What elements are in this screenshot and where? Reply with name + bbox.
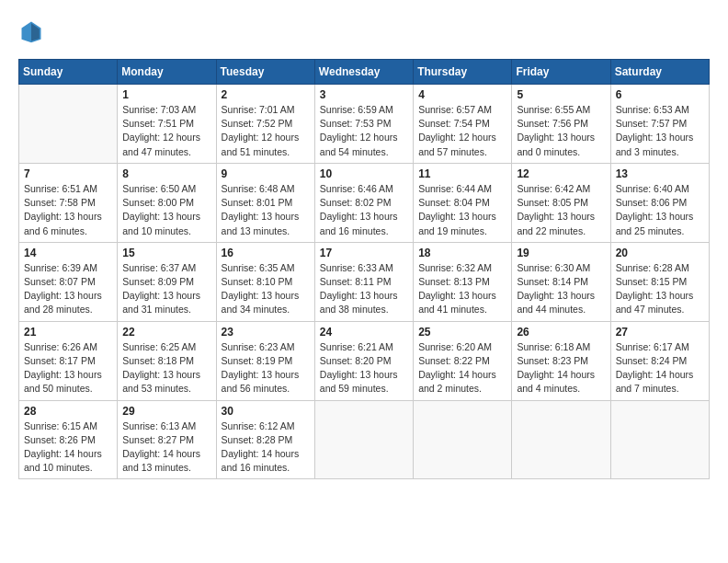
day-number: 27 <box>616 326 704 339</box>
day-number: 4 <box>418 88 506 101</box>
day-info: Sunrise: 6:57 AM Sunset: 7:54 PM Dayligh… <box>418 103 506 159</box>
day-info: Sunrise: 6:30 AM Sunset: 8:14 PM Dayligh… <box>517 261 605 317</box>
calendar-cell: 26Sunrise: 6:18 AM Sunset: 8:23 PM Dayli… <box>512 321 610 400</box>
calendar-cell: 2Sunrise: 7:01 AM Sunset: 7:52 PM Daylig… <box>216 85 314 164</box>
calendar-cell: 21Sunrise: 6:26 AM Sunset: 8:17 PM Dayli… <box>19 321 118 400</box>
day-number: 3 <box>320 88 408 101</box>
calendar-cell: 11Sunrise: 6:44 AM Sunset: 8:04 PM Dayli… <box>414 163 512 242</box>
calendar-cell: 23Sunrise: 6:23 AM Sunset: 8:19 PM Dayli… <box>216 321 314 400</box>
day-number: 9 <box>222 167 310 180</box>
day-number: 21 <box>24 326 112 339</box>
day-info: Sunrise: 6:37 AM Sunset: 8:09 PM Dayligh… <box>122 261 210 317</box>
day-info: Sunrise: 7:01 AM Sunset: 7:52 PM Dayligh… <box>222 103 310 159</box>
calendar-cell <box>314 400 413 479</box>
calendar-cell: 25Sunrise: 6:20 AM Sunset: 8:22 PM Dayli… <box>414 321 512 400</box>
calendar-cell: 24Sunrise: 6:21 AM Sunset: 8:20 PM Dayli… <box>314 321 413 400</box>
day-number: 18 <box>418 247 506 259</box>
calendar-week-row: 7Sunrise: 6:51 AM Sunset: 7:58 PM Daylig… <box>19 163 710 242</box>
calendar-cell: 19Sunrise: 6:30 AM Sunset: 8:14 PM Dayli… <box>512 242 610 321</box>
calendar-week-row: 21Sunrise: 6:26 AM Sunset: 8:17 PM Dayli… <box>19 321 710 400</box>
day-info: Sunrise: 6:48 AM Sunset: 8:01 PM Dayligh… <box>222 182 310 238</box>
day-number: 11 <box>418 167 506 180</box>
day-number: 22 <box>122 326 210 339</box>
day-info: Sunrise: 7:03 AM Sunset: 7:51 PM Dayligh… <box>122 103 210 159</box>
calendar-cell <box>19 85 118 164</box>
calendar-header-row: SundayMondayTuesdayWednesdayThursdayFrid… <box>19 60 710 85</box>
day-number: 10 <box>320 167 408 180</box>
day-number: 19 <box>517 247 605 259</box>
calendar-cell: 30Sunrise: 6:12 AM Sunset: 8:28 PM Dayli… <box>216 400 314 479</box>
day-info: Sunrise: 6:15 AM Sunset: 8:26 PM Dayligh… <box>24 419 112 476</box>
day-number: 24 <box>320 326 408 339</box>
day-info: Sunrise: 6:13 AM Sunset: 8:27 PM Dayligh… <box>122 419 210 476</box>
day-number: 12 <box>517 167 605 180</box>
day-number: 25 <box>418 326 506 339</box>
day-info: Sunrise: 6:28 AM Sunset: 8:15 PM Dayligh… <box>616 261 704 317</box>
logo-icon <box>18 18 44 44</box>
calendar-cell: 28Sunrise: 6:15 AM Sunset: 8:26 PM Dayli… <box>19 400 118 479</box>
calendar-cell: 22Sunrise: 6:25 AM Sunset: 8:18 PM Dayli… <box>118 321 216 400</box>
day-number: 23 <box>222 326 310 339</box>
calendar-cell: 6Sunrise: 6:53 AM Sunset: 7:57 PM Daylig… <box>610 85 709 164</box>
calendar-cell: 13Sunrise: 6:40 AM Sunset: 8:06 PM Dayli… <box>610 163 709 242</box>
day-number: 6 <box>616 88 704 101</box>
day-info: Sunrise: 6:44 AM Sunset: 8:04 PM Dayligh… <box>418 182 506 238</box>
day-info: Sunrise: 6:25 AM Sunset: 8:18 PM Dayligh… <box>122 340 210 396</box>
day-number: 14 <box>24 247 112 259</box>
day-number: 15 <box>122 247 210 259</box>
day-number: 8 <box>122 167 210 180</box>
day-info: Sunrise: 6:21 AM Sunset: 8:20 PM Dayligh… <box>320 340 408 396</box>
day-number: 13 <box>616 167 704 180</box>
calendar-cell: 27Sunrise: 6:17 AM Sunset: 8:24 PM Dayli… <box>610 321 709 400</box>
calendar-table: SundayMondayTuesdayWednesdayThursdayFrid… <box>18 59 710 479</box>
day-info: Sunrise: 6:12 AM Sunset: 8:28 PM Dayligh… <box>222 419 310 476</box>
calendar-cell: 17Sunrise: 6:33 AM Sunset: 8:11 PM Dayli… <box>314 242 413 321</box>
calendar-cell: 16Sunrise: 6:35 AM Sunset: 8:10 PM Dayli… <box>216 242 314 321</box>
calendar-cell: 29Sunrise: 6:13 AM Sunset: 8:27 PM Dayli… <box>118 400 216 479</box>
day-info: Sunrise: 6:23 AM Sunset: 8:19 PM Dayligh… <box>222 340 310 396</box>
day-info: Sunrise: 6:59 AM Sunset: 7:53 PM Dayligh… <box>320 103 408 159</box>
weekday-header: Monday <box>118 60 216 85</box>
day-info: Sunrise: 6:46 AM Sunset: 8:02 PM Dayligh… <box>320 182 408 238</box>
page-header <box>18 18 710 44</box>
day-number: 7 <box>24 167 112 180</box>
day-number: 17 <box>320 247 408 259</box>
calendar-cell: 14Sunrise: 6:39 AM Sunset: 8:07 PM Dayli… <box>19 242 118 321</box>
day-number: 2 <box>222 88 310 101</box>
day-info: Sunrise: 6:53 AM Sunset: 7:57 PM Dayligh… <box>616 103 704 159</box>
calendar-cell: 15Sunrise: 6:37 AM Sunset: 8:09 PM Dayli… <box>118 242 216 321</box>
day-info: Sunrise: 6:20 AM Sunset: 8:22 PM Dayligh… <box>418 340 506 396</box>
calendar-cell: 8Sunrise: 6:50 AM Sunset: 8:00 PM Daylig… <box>118 163 216 242</box>
day-info: Sunrise: 6:39 AM Sunset: 8:07 PM Dayligh… <box>24 261 112 317</box>
day-number: 28 <box>24 405 112 418</box>
calendar-week-row: 28Sunrise: 6:15 AM Sunset: 8:26 PM Dayli… <box>19 400 710 479</box>
day-info: Sunrise: 6:50 AM Sunset: 8:00 PM Dayligh… <box>122 182 210 238</box>
calendar-cell: 18Sunrise: 6:32 AM Sunset: 8:13 PM Dayli… <box>414 242 512 321</box>
calendar-cell: 1Sunrise: 7:03 AM Sunset: 7:51 PM Daylig… <box>118 85 216 164</box>
day-info: Sunrise: 6:40 AM Sunset: 8:06 PM Dayligh… <box>616 182 704 238</box>
weekday-header: Tuesday <box>216 60 314 85</box>
weekday-header: Thursday <box>414 60 512 85</box>
calendar-week-row: 1Sunrise: 7:03 AM Sunset: 7:51 PM Daylig… <box>19 85 710 164</box>
calendar-cell <box>512 400 610 479</box>
calendar-cell: 12Sunrise: 6:42 AM Sunset: 8:05 PM Dayli… <box>512 163 610 242</box>
calendar-cell: 9Sunrise: 6:48 AM Sunset: 8:01 PM Daylig… <box>216 163 314 242</box>
day-number: 20 <box>616 247 704 259</box>
day-number: 16 <box>222 247 310 259</box>
day-number: 1 <box>122 88 210 101</box>
calendar-week-row: 14Sunrise: 6:39 AM Sunset: 8:07 PM Dayli… <box>19 242 710 321</box>
calendar-cell: 10Sunrise: 6:46 AM Sunset: 8:02 PM Dayli… <box>314 163 413 242</box>
day-info: Sunrise: 6:18 AM Sunset: 8:23 PM Dayligh… <box>517 340 605 396</box>
day-info: Sunrise: 6:35 AM Sunset: 8:10 PM Dayligh… <box>222 261 310 317</box>
day-info: Sunrise: 6:17 AM Sunset: 8:24 PM Dayligh… <box>616 340 704 396</box>
day-number: 26 <box>517 326 605 339</box>
logo <box>18 18 48 44</box>
calendar-cell: 3Sunrise: 6:59 AM Sunset: 7:53 PM Daylig… <box>314 85 413 164</box>
calendar-cell: 20Sunrise: 6:28 AM Sunset: 8:15 PM Dayli… <box>610 242 709 321</box>
weekday-header: Wednesday <box>314 60 413 85</box>
day-number: 30 <box>222 405 310 418</box>
calendar-cell: 5Sunrise: 6:55 AM Sunset: 7:56 PM Daylig… <box>512 85 610 164</box>
calendar-cell: 4Sunrise: 6:57 AM Sunset: 7:54 PM Daylig… <box>414 85 512 164</box>
day-info: Sunrise: 6:26 AM Sunset: 8:17 PM Dayligh… <box>24 340 112 396</box>
weekday-header: Friday <box>512 60 610 85</box>
